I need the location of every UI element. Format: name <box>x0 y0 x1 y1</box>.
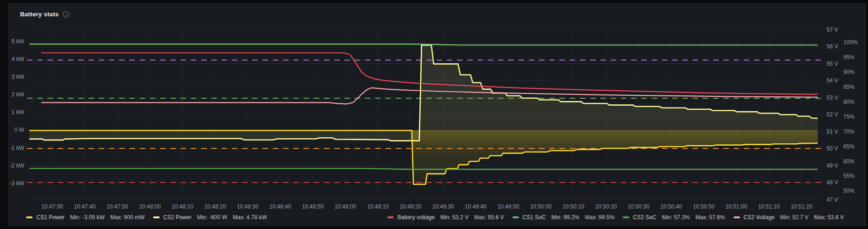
svg-text:4 kW: 4 kW <box>12 56 25 62</box>
svg-text:10:50:00: 10:50:00 <box>530 203 552 210</box>
svg-text:-1 kW: -1 kW <box>10 145 25 151</box>
svg-text:2 kW: 2 kW <box>12 91 25 98</box>
svg-text:90%: 90% <box>843 69 855 75</box>
legend-swatch <box>512 216 519 218</box>
svg-text:100%: 100% <box>843 39 858 46</box>
svg-text:10:51:00: 10:51:00 <box>726 203 747 210</box>
legend-max-value: Max: 53.6 V <box>814 214 844 221</box>
svg-text:53 V: 53 V <box>827 94 838 101</box>
legend: CS1 PowerMin: -3.05 kWMax: 900 mWCS2 Pow… <box>9 214 865 221</box>
svg-text:51 V: 51 V <box>827 128 838 135</box>
svg-text:-3 kW: -3 kW <box>10 180 25 187</box>
legend-item-battery-voltage[interactable]: Battery voltageMin: 53.2 VMax: 55.6 V <box>387 214 504 221</box>
svg-text:49 V: 49 V <box>827 162 838 169</box>
svg-text:10:48:30: 10:48:30 <box>237 203 259 210</box>
svg-text:54 V: 54 V <box>827 77 838 84</box>
svg-text:10:49:50: 10:49:50 <box>498 203 519 210</box>
svg-text:55 V: 55 V <box>827 61 838 67</box>
svg-text:1 kW: 1 kW <box>12 109 25 115</box>
svg-text:57 V: 57 V <box>827 27 838 33</box>
legend-max-value: Max: 55.6 V <box>474 214 504 221</box>
legend-series-name: CS2 Power <box>163 214 192 221</box>
svg-text:10:49:20: 10:49:20 <box>400 203 422 210</box>
legend-series-name: CS1 SoC <box>523 214 546 221</box>
legend-swatch <box>623 216 629 218</box>
panel-title: Battery stats <box>20 11 59 18</box>
legend-item-cs2-voltage[interactable]: CS2 VoltageMin: 52.7 VMax: 53.6 V <box>733 214 844 221</box>
svg-text:65%: 65% <box>843 143 855 150</box>
legend-series-name: CS2 SoC <box>633 214 656 221</box>
legend-swatch <box>733 216 740 218</box>
svg-text:10:50:30: 10:50:30 <box>628 203 650 210</box>
svg-text:10:48:00: 10:48:00 <box>139 203 161 210</box>
svg-text:50 V: 50 V <box>827 145 838 152</box>
svg-text:10:48:40: 10:48:40 <box>269 203 291 210</box>
svg-text:10:47:40: 10:47:40 <box>74 203 96 210</box>
dashboard-page: Battery stats i CS1 PowerMin: -3.05 kWMa… <box>0 0 868 229</box>
legend-max-value: Max: 900 mW <box>110 214 145 221</box>
legend-swatch <box>153 216 160 218</box>
legend-min-value: Min: 53.2 V <box>440 214 469 221</box>
legend-item-cs1-power[interactable]: CS1 PowerMin: -3.05 kWMax: 900 mW <box>26 214 145 221</box>
svg-text:-2 kW: -2 kW <box>10 162 25 169</box>
legend-max-value: Max: 57.6% <box>695 214 725 221</box>
svg-text:0 W: 0 W <box>14 127 25 133</box>
svg-text:5 kW: 5 kW <box>12 38 25 45</box>
legend-min-value: Min: -3.05 kW <box>70 214 105 221</box>
svg-text:10:48:20: 10:48:20 <box>204 203 226 210</box>
svg-text:10:50:40: 10:50:40 <box>660 203 682 210</box>
svg-text:47 V: 47 V <box>827 196 838 203</box>
svg-text:10:47:50: 10:47:50 <box>107 203 128 210</box>
legend-item-cs2-soc[interactable]: CS2 SoCMin: 57.3%Max: 57.6% <box>623 214 725 221</box>
svg-text:75%: 75% <box>843 114 855 120</box>
legend-series-name: CS1 Power <box>36 214 65 221</box>
svg-text:50%: 50% <box>843 188 855 194</box>
svg-text:55%: 55% <box>843 173 855 179</box>
legend-group-left: CS1 PowerMin: -3.05 kWMax: 900 mWCS2 Pow… <box>26 214 267 221</box>
svg-text:70%: 70% <box>843 128 855 135</box>
svg-text:10:50:20: 10:50:20 <box>595 203 617 210</box>
svg-text:10:49:00: 10:49:00 <box>335 203 357 210</box>
legend-item-cs2-power[interactable]: CS2 PowerMin: -600 WMax: 4.78 kW <box>153 214 267 221</box>
svg-text:48 V: 48 V <box>827 179 838 186</box>
legend-min-value: Min: 99.2% <box>552 214 579 221</box>
svg-text:85%: 85% <box>843 84 855 90</box>
svg-text:10:50:10: 10:50:10 <box>563 203 585 210</box>
svg-text:10:49:40: 10:49:40 <box>465 203 487 210</box>
legend-series-name: Battery voltage <box>397 214 435 221</box>
legend-series-name: CS2 Voltage <box>744 214 775 221</box>
legend-min-value: Min: -600 W <box>197 214 227 221</box>
svg-text:10:50:50: 10:50:50 <box>693 203 715 210</box>
svg-text:10:48:50: 10:48:50 <box>302 203 324 210</box>
svg-text:80%: 80% <box>843 99 855 105</box>
svg-text:10:47:30: 10:47:30 <box>41 203 63 210</box>
svg-text:60%: 60% <box>843 158 855 165</box>
legend-max-value: Max: 99.5% <box>585 214 614 221</box>
legend-min-value: Min: 52.7 V <box>780 214 808 221</box>
timeseries-chart[interactable]: 5 kW4 kW3 kW2 kW1 kW0 W-1 kW-2 kW-3 kW57… <box>0 0 868 229</box>
legend-swatch <box>387 216 394 218</box>
legend-swatch <box>26 216 33 218</box>
svg-text:10:49:10: 10:49:10 <box>367 203 389 210</box>
svg-text:52 V: 52 V <box>827 111 838 118</box>
svg-text:10:51:10: 10:51:10 <box>758 203 780 210</box>
legend-max-value: Max: 4.78 kW <box>233 214 267 221</box>
svg-text:3 kW: 3 kW <box>12 74 25 80</box>
svg-text:10:51:20: 10:51:20 <box>791 203 813 210</box>
panel-header[interactable]: Battery stats i <box>20 11 69 18</box>
legend-item-cs1-soc[interactable]: CS1 SoCMin: 99.2%Max: 99.5% <box>512 214 614 221</box>
legend-group-right: Battery voltageMin: 53.2 VMax: 55.6 VCS1… <box>387 214 844 221</box>
svg-text:10:48:10: 10:48:10 <box>172 203 194 210</box>
info-icon[interactable]: i <box>63 11 69 18</box>
legend-min-value: Min: 57.3% <box>662 214 690 221</box>
svg-text:10:49:30: 10:49:30 <box>432 203 454 210</box>
svg-text:95%: 95% <box>843 54 855 61</box>
svg-text:56 V: 56 V <box>827 43 838 50</box>
